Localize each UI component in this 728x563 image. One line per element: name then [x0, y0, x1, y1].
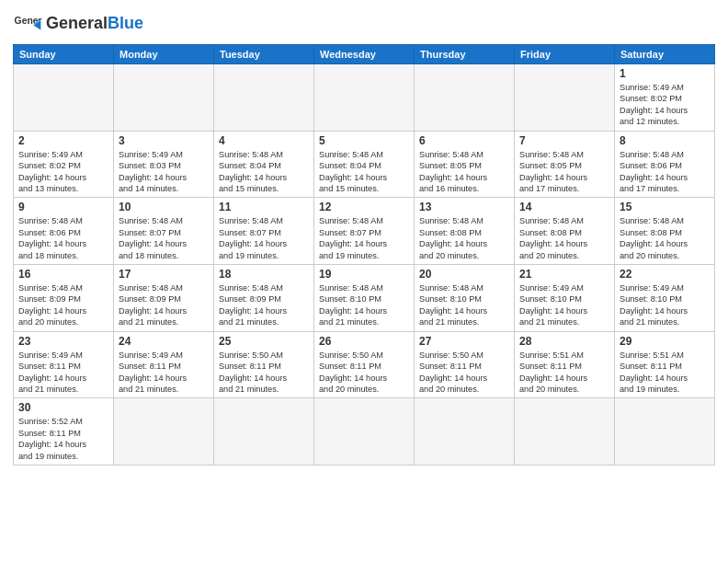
day-number: 12 [319, 201, 409, 213]
calendar-day-cell: 5Sunrise: 5:48 AM Sunset: 8:04 PM Daylig… [314, 131, 415, 198]
calendar-day-cell [14, 64, 114, 132]
calendar-week-row: 30Sunrise: 5:52 AM Sunset: 8:11 PM Dayli… [14, 398, 715, 465]
day-number: 14 [519, 201, 609, 213]
day-number: 5 [319, 134, 409, 147]
calendar-week-row: 2Sunrise: 5:49 AM Sunset: 8:02 PM Daylig… [14, 131, 715, 198]
calendar-day-cell [214, 398, 314, 465]
calendar-table: SundayMondayTuesdayWednesdayThursdayFrid… [13, 44, 715, 465]
day-number: 23 [18, 335, 108, 348]
day-info: Sunrise: 5:48 AM Sunset: 8:04 PM Dayligh… [219, 149, 309, 195]
calendar-day-cell: 7Sunrise: 5:48 AM Sunset: 8:05 PM Daylig… [515, 131, 615, 198]
day-number: 27 [419, 335, 509, 348]
day-number: 3 [119, 134, 209, 147]
calendar-day-cell [415, 398, 515, 465]
day-info: Sunrise: 5:48 AM Sunset: 8:10 PM Dayligh… [319, 282, 409, 328]
day-info: Sunrise: 5:48 AM Sunset: 8:06 PM Dayligh… [620, 149, 710, 195]
logo-text: GeneralBlue [46, 15, 143, 33]
calendar-day-cell: 4Sunrise: 5:48 AM Sunset: 8:04 PM Daylig… [214, 131, 314, 198]
day-info: Sunrise: 5:51 AM Sunset: 8:11 PM Dayligh… [519, 350, 609, 396]
calendar-week-row: 1Sunrise: 5:49 AM Sunset: 8:02 PM Daylig… [14, 64, 715, 132]
calendar-day-cell: 21Sunrise: 5:49 AM Sunset: 8:10 PM Dayli… [515, 265, 615, 332]
day-number: 7 [519, 134, 609, 147]
weekday-header-saturday: Saturday [615, 45, 715, 64]
day-info: Sunrise: 5:48 AM Sunset: 8:09 PM Dayligh… [219, 282, 309, 328]
day-number: 28 [519, 335, 609, 348]
day-info: Sunrise: 5:50 AM Sunset: 8:11 PM Dayligh… [419, 350, 509, 396]
weekday-header-friday: Friday [515, 45, 615, 64]
page: General GeneralBlue SundayMondayTuesdayW… [0, 0, 728, 475]
day-info: Sunrise: 5:49 AM Sunset: 8:02 PM Dayligh… [620, 82, 710, 128]
calendar-day-cell [314, 398, 415, 465]
day-info: Sunrise: 5:48 AM Sunset: 8:07 PM Dayligh… [319, 215, 409, 261]
day-number: 6 [419, 134, 509, 147]
calendar-day-cell: 6Sunrise: 5:48 AM Sunset: 8:05 PM Daylig… [415, 131, 515, 198]
calendar-day-cell: 18Sunrise: 5:48 AM Sunset: 8:09 PM Dayli… [214, 265, 314, 332]
day-info: Sunrise: 5:49 AM Sunset: 8:11 PM Dayligh… [18, 350, 108, 396]
calendar-day-cell: 16Sunrise: 5:48 AM Sunset: 8:09 PM Dayli… [14, 265, 114, 332]
weekday-header-row: SundayMondayTuesdayWednesdayThursdayFrid… [14, 45, 715, 64]
day-number: 17 [119, 268, 209, 281]
day-number: 18 [219, 268, 309, 281]
day-number: 24 [119, 335, 209, 348]
calendar-day-cell: 1Sunrise: 5:49 AM Sunset: 8:02 PM Daylig… [615, 64, 715, 132]
day-number: 25 [219, 335, 309, 348]
day-number: 21 [519, 268, 609, 281]
calendar-day-cell: 22Sunrise: 5:49 AM Sunset: 8:10 PM Dayli… [615, 265, 715, 332]
day-info: Sunrise: 5:48 AM Sunset: 8:09 PM Dayligh… [119, 282, 209, 328]
calendar-day-cell: 14Sunrise: 5:48 AM Sunset: 8:08 PM Dayli… [515, 198, 615, 265]
calendar-day-cell: 20Sunrise: 5:48 AM Sunset: 8:10 PM Dayli… [415, 265, 515, 332]
calendar-day-cell [114, 64, 214, 132]
day-info: Sunrise: 5:48 AM Sunset: 8:04 PM Dayligh… [319, 149, 409, 195]
day-number: 11 [219, 201, 309, 213]
calendar-day-cell: 13Sunrise: 5:48 AM Sunset: 8:08 PM Dayli… [415, 198, 515, 265]
calendar-day-cell: 3Sunrise: 5:49 AM Sunset: 8:03 PM Daylig… [114, 131, 214, 198]
calendar-day-cell [515, 64, 615, 132]
day-number: 20 [419, 268, 509, 281]
calendar-day-cell: 23Sunrise: 5:49 AM Sunset: 8:11 PM Dayli… [14, 331, 114, 398]
day-number: 30 [18, 401, 108, 414]
weekday-header-tuesday: Tuesday [214, 45, 314, 64]
calendar-week-row: 9Sunrise: 5:48 AM Sunset: 8:06 PM Daylig… [14, 198, 715, 265]
day-number: 9 [18, 201, 108, 213]
calendar-day-cell: 28Sunrise: 5:51 AM Sunset: 8:11 PM Dayli… [515, 331, 615, 398]
day-number: 22 [620, 268, 710, 281]
day-info: Sunrise: 5:49 AM Sunset: 8:02 PM Dayligh… [18, 149, 108, 195]
day-info: Sunrise: 5:51 AM Sunset: 8:11 PM Dayligh… [620, 350, 710, 396]
day-info: Sunrise: 5:48 AM Sunset: 8:05 PM Dayligh… [519, 149, 609, 195]
calendar-day-cell [314, 64, 415, 132]
calendar-day-cell [515, 398, 615, 465]
calendar-day-cell [114, 398, 214, 465]
day-info: Sunrise: 5:50 AM Sunset: 8:11 PM Dayligh… [319, 350, 409, 396]
calendar-day-cell: 24Sunrise: 5:49 AM Sunset: 8:11 PM Dayli… [114, 331, 214, 398]
calendar-day-cell: 9Sunrise: 5:48 AM Sunset: 8:06 PM Daylig… [14, 198, 114, 265]
calendar-day-cell: 8Sunrise: 5:48 AM Sunset: 8:06 PM Daylig… [615, 131, 715, 198]
day-info: Sunrise: 5:49 AM Sunset: 8:10 PM Dayligh… [620, 282, 710, 328]
day-info: Sunrise: 5:48 AM Sunset: 8:08 PM Dayligh… [620, 215, 710, 261]
calendar-day-cell: 2Sunrise: 5:49 AM Sunset: 8:02 PM Daylig… [14, 131, 114, 198]
day-number: 2 [18, 134, 108, 147]
day-info: Sunrise: 5:48 AM Sunset: 8:07 PM Dayligh… [219, 215, 309, 261]
calendar-day-cell [615, 398, 715, 465]
calendar-day-cell [415, 64, 515, 132]
calendar-day-cell: 26Sunrise: 5:50 AM Sunset: 8:11 PM Dayli… [314, 331, 415, 398]
day-number: 16 [18, 268, 108, 281]
calendar-day-cell: 12Sunrise: 5:48 AM Sunset: 8:07 PM Dayli… [314, 198, 415, 265]
day-number: 4 [219, 134, 309, 147]
day-info: Sunrise: 5:48 AM Sunset: 8:08 PM Dayligh… [519, 215, 609, 261]
calendar-day-cell: 11Sunrise: 5:48 AM Sunset: 8:07 PM Dayli… [214, 198, 314, 265]
generalblue-logo-icon: General [13, 9, 42, 39]
weekday-header-thursday: Thursday [415, 45, 515, 64]
calendar-day-cell: 15Sunrise: 5:48 AM Sunset: 8:08 PM Dayli… [615, 198, 715, 265]
day-info: Sunrise: 5:48 AM Sunset: 8:06 PM Dayligh… [18, 215, 108, 261]
calendar-day-cell: 30Sunrise: 5:52 AM Sunset: 8:11 PM Dayli… [14, 398, 114, 465]
day-info: Sunrise: 5:48 AM Sunset: 8:10 PM Dayligh… [419, 282, 509, 328]
day-info: Sunrise: 5:48 AM Sunset: 8:05 PM Dayligh… [419, 149, 509, 195]
calendar-week-row: 23Sunrise: 5:49 AM Sunset: 8:11 PM Dayli… [14, 331, 715, 398]
calendar-day-cell: 19Sunrise: 5:48 AM Sunset: 8:10 PM Dayli… [314, 265, 415, 332]
weekday-header-sunday: Sunday [14, 45, 114, 64]
day-number: 15 [620, 201, 710, 213]
calendar-day-cell [214, 64, 314, 132]
logo-blue-text: Blue [108, 14, 143, 32]
day-info: Sunrise: 5:52 AM Sunset: 8:11 PM Dayligh… [18, 416, 108, 462]
calendar-day-cell: 17Sunrise: 5:48 AM Sunset: 8:09 PM Dayli… [114, 265, 214, 332]
